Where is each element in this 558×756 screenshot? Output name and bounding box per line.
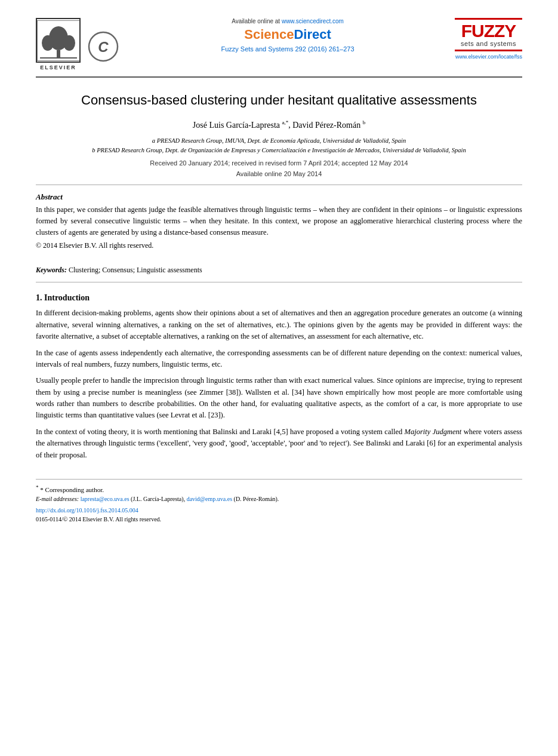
available-online-article: Available online 20 May 2014 <box>36 170 522 177</box>
intro-para2: In the case of agents assess independent… <box>36 348 522 371</box>
keywords-section: Keywords: Clustering; Consensus; Linguis… <box>36 266 522 275</box>
affil-a: a PRESAD Research Group, IMUVA, Dept. de… <box>36 136 522 146</box>
elsevier-svg <box>37 20 80 61</box>
affil-b: b PRESAD Research Group, Dept. de Organi… <box>36 146 522 156</box>
header-logos: ELSEVIER C <box>36 18 121 70</box>
svg-rect-5 <box>40 57 77 59</box>
crossmark-logo: C <box>88 31 121 64</box>
email-david-name: (D. Pérez-Román). <box>234 496 279 502</box>
abstract-text: In this paper, we consider that agents j… <box>36 204 522 238</box>
page: ELSEVIER C Available online at www.scien… <box>0 0 558 756</box>
issn-line: 0165-0114/© 2014 Elsevier B.V. All right… <box>36 516 522 523</box>
sciencedirect-logo-part1: Science <box>244 27 294 42</box>
footnote-star-sup: * <box>36 484 39 490</box>
affiliations: a PRESAD Research Group, IMUVA, Dept. de… <box>36 136 522 156</box>
svg-point-4 <box>63 35 75 51</box>
intro-para1: In different decision-making problems, a… <box>36 308 522 342</box>
sciencedirect-url: www.sciencedirect.com <box>282 18 344 24</box>
doi-link[interactable]: http://dx.doi.org/10.1016/j.fss.2014.05.… <box>36 507 522 514</box>
elsevier-text-label: ELSEVIER <box>40 64 76 70</box>
email-lapresta: lapresta@eco.uva.es <box>81 496 130 502</box>
footnote-emails: E-mail addresses: lapresta@eco.uva.es (J… <box>36 494 522 503</box>
authors: José Luis García-Lapresta a,*, David Pér… <box>36 119 522 131</box>
abstract-label: Abstract <box>36 192 522 202</box>
article-title: Consensus-based clustering under hesitan… <box>36 92 522 109</box>
intro-para4: In the context of voting theory, it is w… <box>36 426 522 461</box>
crossmark-svg: C <box>88 31 119 62</box>
elsevier-logo: ELSEVIER <box>36 18 81 70</box>
header-center: Available online at www.sciencedirect.co… <box>121 18 455 53</box>
svg-point-3 <box>42 35 54 51</box>
fuzzy-logo-box: FUZZY sets and systems <box>455 18 522 51</box>
sciencedirect-logo-part2: Direct <box>294 27 331 42</box>
abstract-section: Abstract In this paper, we consider that… <box>36 192 522 250</box>
keywords-divider <box>36 282 522 282</box>
fuzzy-text: FUZZY <box>461 22 516 40</box>
email-david: david@emp.uva.es <box>187 496 232 502</box>
journal-ref: Fuzzy Sets and Systems 292 (2016) 261–27… <box>132 45 443 53</box>
fuzzy-logo-area: FUZZY sets and systems www.elsevier.com/… <box>455 18 522 60</box>
header: ELSEVIER C Available online at www.scien… <box>36 18 522 70</box>
footnote-star: * * Corresponding author. <box>36 484 522 493</box>
sets-systems-text: sets and systems <box>461 40 516 47</box>
majority-judgment-italic: Majority Judgment <box>405 428 462 436</box>
author-sup-b: b <box>363 119 366 125</box>
corresponding-author-label: * Corresponding author. <box>40 486 104 493</box>
svg-rect-1 <box>57 50 60 57</box>
elsevier-url: www.elsevier.com/locate/fss <box>455 54 522 60</box>
keywords-text: Clustering; Consensus; Linguistic assess… <box>69 266 202 274</box>
email-lapresta-name: (J.L. García-Lapresta), <box>131 496 187 502</box>
header-divider <box>36 76 522 78</box>
author-sup-a: a,* <box>282 119 289 125</box>
elsevier-image <box>36 18 81 63</box>
email-label-italic: E-mail addresses: <box>36 496 79 502</box>
footnote-area: * * Corresponding author. E-mail address… <box>36 479 522 523</box>
intro-heading: 1. Introduction <box>36 293 522 303</box>
available-online-text: Available online at www.sciencedirect.co… <box>132 18 443 24</box>
sciencedirect-logo: ScienceDirect <box>132 27 443 42</box>
intro-para3: Usually people prefer to handle the impr… <box>36 375 522 422</box>
svg-text:C: C <box>98 39 109 55</box>
received-dates: Received 20 January 2014; received in re… <box>36 159 522 167</box>
copyright-text: © 2014 Elsevier B.V. All rights reserved… <box>36 241 522 250</box>
keywords-label: Keywords: <box>36 266 67 274</box>
abstract-divider-top <box>36 185 522 185</box>
